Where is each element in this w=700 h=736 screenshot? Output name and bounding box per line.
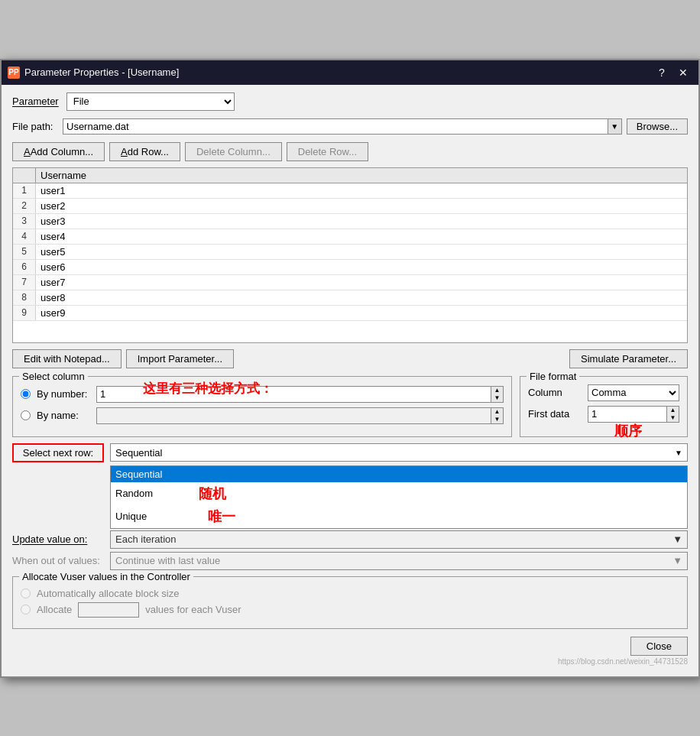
row-number: 9 (13, 306, 36, 320)
by-number-radio[interactable] (21, 389, 31, 399)
by-number-label: By number: (37, 388, 90, 400)
update-value-value: Each iteration (115, 533, 177, 545)
allocate-input[interactable] (78, 602, 139, 618)
table-toolbar: AAdd Column... Add Row... Delete Column.… (12, 142, 688, 161)
window-title: Parameter Properties - [Username] (24, 66, 179, 78)
column-format-dropdown-wrap: Comma Tab Space (588, 384, 679, 401)
by-name-row: By name: ▲ ▼ (21, 407, 504, 424)
browse-button[interactable]: Browse... (627, 118, 688, 135)
row-number: 4 (13, 229, 36, 244)
spin-up-button[interactable]: ▲ (491, 387, 503, 394)
column-format-select[interactable]: Comma Tab Space (588, 385, 679, 400)
when-out-dropdown[interactable]: Continue with last value ▼ (110, 552, 688, 570)
manual-allocate-row: Allocate values for each Vuser (21, 602, 679, 618)
by-name-spin-up[interactable]: ▲ (491, 408, 503, 416)
row-number: 1 (13, 183, 36, 198)
select-next-dropdown-list: Sequential Random 随机 Unique 唯一 (110, 465, 688, 529)
table-row: 3user3 (13, 214, 687, 229)
select-next-dropdown[interactable]: Sequential ▼ (110, 443, 688, 462)
row-value: user2 (36, 199, 687, 213)
row-value: user9 (36, 306, 687, 320)
when-out-label: When out of values: (12, 555, 104, 566)
watermark: https://blog.csdn.net/weixin_44731528 (12, 657, 688, 666)
first-data-label: First data (528, 408, 582, 420)
table-row: 1user1 (13, 183, 687, 199)
manual-allocate-radio[interactable] (21, 605, 31, 614)
row-value: user7 (36, 275, 687, 290)
add-row-button[interactable]: Add Row... (109, 142, 180, 161)
row-value: user5 (36, 245, 687, 259)
file-format-group: File format Column Comma Tab Space First… (520, 376, 688, 437)
table-row: 7user7 (13, 275, 687, 290)
update-value-dropdown[interactable]: Each iteration ▼ (110, 530, 688, 549)
by-number-spinners: ▲ ▼ (491, 387, 503, 402)
select-next-row: Select next row: Sequential ▼ (12, 443, 688, 462)
annotation-unique: 唯一 (208, 507, 235, 526)
footer-row: Close (12, 637, 688, 656)
annotation-sequential: 顺序 (614, 422, 642, 440)
parameter-row: Parameter File Custom Random Number Date… (12, 92, 688, 111)
close-button[interactable]: Close (630, 637, 688, 656)
filepath-row: File path: ▼ Browse... (12, 118, 688, 135)
table-row: 8user8 (13, 290, 687, 306)
allocate-group: Allocate Vuser values in the Controller … (12, 576, 688, 629)
data-table: Username 1user1 2user2 3user3 4user4 5us… (12, 167, 688, 343)
col-header-username: Username (36, 168, 687, 183)
bottom-toolbar: Edit with Notepad... Import Parameter...… (12, 349, 688, 368)
edit-notepad-button[interactable]: Edit with Notepad... (12, 349, 122, 368)
main-window: PP Parameter Properties - [Username] ? ✕… (0, 59, 700, 678)
spin-down-button[interactable]: ▼ (491, 394, 503, 402)
title-bar: PP Parameter Properties - [Username] ? ✕ (2, 60, 698, 85)
when-out-row: When out of values: Continue with last v… (12, 552, 688, 570)
parameter-dropdown[interactable]: File Custom Random Number Date/Time (66, 92, 235, 111)
first-data-spinners: ▲ ▼ (666, 407, 679, 422)
help-button[interactable]: ? (653, 63, 671, 82)
table-row: 6user6 (13, 260, 687, 275)
delete-column-button[interactable]: Delete Column... (185, 142, 282, 161)
bottom-toolbar-left: Edit with Notepad... Import Parameter... (12, 349, 234, 368)
close-window-button[interactable]: ✕ (674, 63, 692, 82)
allocate-content: Automatically allocate block size Alloca… (21, 588, 679, 618)
column-format-label: Column (528, 387, 582, 398)
column-format-row: Column Comma Tab Space (528, 384, 679, 401)
filepath-input[interactable] (63, 119, 608, 134)
first-data-up[interactable]: ▲ (667, 407, 679, 414)
option-sequential[interactable]: Sequential (111, 466, 687, 482)
row-number: 7 (13, 275, 36, 290)
row-value: user8 (36, 290, 687, 305)
row-number: 5 (13, 245, 36, 259)
filepath-label: File path: (12, 121, 58, 132)
option-unique[interactable]: Unique 唯一 (111, 505, 687, 528)
simulate-parameter-button[interactable]: Simulate Parameter... (569, 349, 688, 368)
auto-allocate-radio[interactable] (21, 588, 31, 598)
app-icon: PP (8, 66, 20, 79)
filepath-dropdown-btn[interactable]: ▼ (608, 119, 621, 134)
select-next-section: 顺序 Select next row: Sequential ▼ Sequent… (12, 443, 688, 529)
row-value: user3 (36, 214, 687, 229)
delete-row-button[interactable]: Delete Row... (287, 142, 368, 161)
row-number: 3 (13, 214, 36, 229)
update-dropdown-arrow: ▼ (672, 533, 682, 545)
row-number: 6 (13, 260, 36, 274)
by-name-spin-down[interactable]: ▼ (491, 416, 503, 423)
option-random[interactable]: Random 随机 (111, 482, 687, 505)
by-name-label: By name: (37, 410, 90, 421)
update-value-label: Update value on: (12, 533, 104, 545)
first-data-input[interactable] (588, 407, 666, 422)
by-name-radio[interactable] (21, 410, 31, 420)
import-parameter-button[interactable]: Import Parameter... (126, 349, 234, 368)
row-value: user6 (36, 260, 687, 274)
first-data-down[interactable]: ▼ (667, 414, 679, 422)
by-name-input[interactable] (97, 408, 491, 423)
select-next-value: Sequential (115, 447, 162, 459)
dialog-content: Parameter File Custom Random Number Date… (2, 85, 698, 676)
when-out-arrow: ▼ (672, 555, 682, 566)
parameter-label: Parameter (12, 96, 59, 107)
values-per-vuser-label: values for each Vuser (145, 604, 241, 615)
table-header: Username (13, 168, 687, 183)
add-column-button[interactable]: AAdd Column... (12, 142, 105, 161)
table-row: 5user5 (13, 245, 687, 260)
annotation-random: 随机 (199, 485, 226, 503)
select-column-title: Select column (19, 371, 88, 382)
by-name-input-wrap: ▲ ▼ (96, 407, 504, 424)
